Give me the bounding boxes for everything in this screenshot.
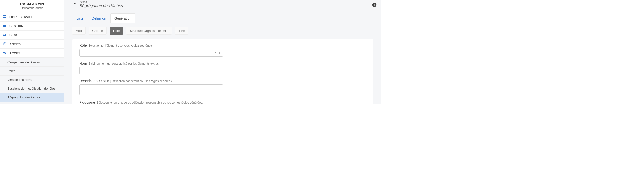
field-description: Description Saisir la justification par … bbox=[79, 79, 223, 96]
field-fiduciaire-label: Fiduciaire bbox=[79, 100, 95, 104]
nav-item-acces[interactable]: ACCÈS bbox=[0, 48, 64, 58]
field-role-label: Rôle bbox=[79, 43, 87, 47]
svg-rect-0 bbox=[3, 16, 6, 18]
nav-item-actifs[interactable]: ACTIFS bbox=[0, 39, 64, 48]
nav-item-label: ACTIFS bbox=[9, 42, 21, 46]
svg-point-3 bbox=[4, 42, 6, 43]
subnav-item-sessions-modelisation[interactable]: Sessions de modélisation de rôles bbox=[0, 84, 64, 93]
page-title: Ségrégation des tâches bbox=[80, 4, 123, 8]
generation-subtabs: Actif Groupe Rôle Structure Organisation… bbox=[64, 23, 381, 35]
subnav-item-roles[interactable]: Rôles bbox=[0, 67, 64, 75]
pill-structure-org[interactable]: Structure Organisationnelle bbox=[126, 27, 172, 35]
tab-definition[interactable]: Définition bbox=[88, 14, 110, 23]
monitor-icon bbox=[2, 15, 7, 19]
svg-text:?: ? bbox=[374, 4, 375, 6]
breadcrumb-parent: Accès bbox=[80, 1, 123, 4]
field-fiduciaire-hint: Sélectionner un groupe de délégation res… bbox=[96, 101, 203, 104]
back-icon[interactable] bbox=[68, 2, 72, 7]
field-nom: Nom Saisir un nom qui sera préfixé par l… bbox=[79, 61, 223, 74]
main-area: Accès Ségrégation des tâches ? Liste Déf… bbox=[64, 0, 381, 104]
nav-item-gens[interactable]: GENS bbox=[0, 30, 64, 39]
pill-titre[interactable]: Titre bbox=[175, 27, 188, 35]
subnav-item-campagnes-revision[interactable]: Campagnes de révision bbox=[0, 58, 64, 67]
field-role-hint: Sélectionner l'élément que vous voulez s… bbox=[88, 44, 154, 47]
field-fiduciaire: Fiduciaire Sélectionner un groupe de dél… bbox=[79, 100, 223, 104]
history-nav bbox=[68, 2, 76, 7]
nav-item-label: ACCÈS bbox=[9, 51, 20, 55]
database-icon bbox=[2, 42, 7, 46]
field-nom-hint: Saisir un nom qui sera préfixé par les é… bbox=[88, 62, 158, 65]
field-nom-label: Nom bbox=[79, 61, 87, 65]
breadcrumb: Accès Ségrégation des tâches bbox=[80, 1, 123, 8]
generation-form-panel: Rôle Sélectionner l'élément que vous vou… bbox=[72, 39, 374, 104]
fingerprint-icon bbox=[2, 51, 7, 55]
help-icon[interactable]: ? bbox=[372, 3, 377, 7]
field-role: Rôle Sélectionner l'élément que vous vou… bbox=[79, 43, 223, 57]
sidebar: RACM ADMIN Utilisateur: admin LIBRE SERV… bbox=[0, 0, 64, 104]
clear-icon[interactable]: × bbox=[215, 51, 216, 55]
tab-liste[interactable]: Liste bbox=[72, 14, 88, 23]
pill-role[interactable]: Rôle bbox=[110, 27, 124, 35]
topbar: Accès Ségrégation des tâches bbox=[64, 0, 381, 10]
field-description-hint: Saisir la justification par défaut pour … bbox=[99, 79, 173, 83]
subnav-item-version-roles[interactable]: Version des rôles bbox=[0, 75, 64, 84]
nav-item-label: LIBRE SERVICE bbox=[9, 15, 34, 19]
svg-point-1 bbox=[4, 34, 4, 35]
subnav-item-fonctions-supplementaires[interactable]: Fonctions supplémentaires bbox=[0, 102, 64, 104]
svg-point-2 bbox=[5, 34, 6, 35]
nav-item-gestion[interactable]: GESTION bbox=[0, 21, 64, 30]
toolbox-icon bbox=[2, 24, 7, 28]
sidebar-header: RACM ADMIN Utilisateur: admin bbox=[0, 0, 64, 12]
chevron-down-icon[interactable]: ▼ bbox=[218, 52, 220, 54]
tab-generation[interactable]: Génération bbox=[110, 14, 136, 23]
subnav-item-segregation-taches[interactable]: Ségrégation des tâches bbox=[0, 93, 64, 102]
current-user-label: Utilisateur: admin bbox=[2, 6, 62, 10]
role-select[interactable]: × ▼ bbox=[79, 49, 223, 57]
tabs: Liste Définition Génération bbox=[64, 10, 381, 23]
pill-groupe[interactable]: Groupe bbox=[88, 27, 106, 35]
app-title: RACM ADMIN bbox=[2, 2, 62, 6]
field-description-label: Description bbox=[79, 79, 98, 83]
dropdown-icon[interactable] bbox=[73, 2, 76, 7]
people-icon bbox=[2, 33, 7, 37]
nav-item-label: GESTION bbox=[9, 24, 24, 28]
nom-input[interactable] bbox=[79, 67, 223, 74]
subnav-acces: Campagnes de révision Rôles Version des … bbox=[0, 58, 64, 104]
nav-item-libre-service[interactable]: LIBRE SERVICE bbox=[0, 12, 64, 21]
description-textarea[interactable] bbox=[79, 84, 223, 95]
nav-item-label: GENS bbox=[9, 33, 18, 37]
pill-actif[interactable]: Actif bbox=[72, 27, 86, 35]
